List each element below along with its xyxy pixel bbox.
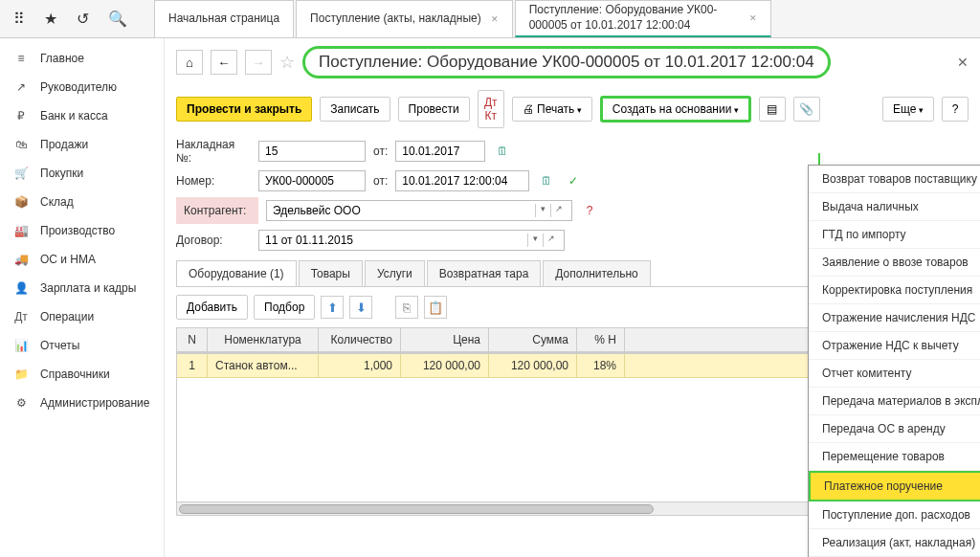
folder-icon: 📁 — [13, 368, 29, 381]
datetime-input[interactable] — [395, 170, 529, 191]
help-icon[interactable]: ? — [580, 201, 599, 220]
create-based-on-button[interactable]: Создать на основании — [600, 96, 751, 123]
close-icon[interactable]: ✕ — [491, 14, 499, 24]
forward-button[interactable]: → — [245, 50, 272, 75]
date-input[interactable] — [395, 141, 485, 162]
status-icon[interactable]: ✓ — [564, 171, 583, 190]
nakladnaya-label: Накладная №: — [176, 138, 251, 165]
post-button[interactable]: Провести — [398, 97, 470, 122]
sidebar-item-main[interactable]: ≡Главное — [0, 44, 164, 73]
col-nomenclature[interactable]: Номенклатура — [208, 328, 319, 351]
sidebar-item-assets[interactable]: 🚚ОС и НМА — [0, 245, 164, 274]
sidebar-item-manager[interactable]: ↗Руководителю — [0, 73, 164, 101]
sidebar-item-operations[interactable]: ДтОперации — [0, 302, 164, 331]
report-icon: 📊 — [13, 339, 29, 352]
dropdown-item[interactable]: Поступление доп. расходов — [809, 501, 980, 529]
from-label: от: — [373, 145, 388, 158]
sidebar-item-sales[interactable]: 🛍Продажи — [0, 130, 164, 159]
kontragent-combo[interactable]: ▾ ↗ — [266, 200, 572, 221]
copy-button[interactable]: ⎘ — [395, 296, 418, 319]
sidebar-item-catalogs[interactable]: 📁Справочники — [0, 360, 164, 389]
open-icon[interactable]: ↗ — [550, 204, 566, 217]
chevron-down-icon[interactable]: ▾ — [527, 234, 543, 247]
close-icon[interactable]: ✕ — [749, 13, 757, 23]
dropdown-item[interactable]: Возврат товаров поставщику — [809, 166, 980, 193]
tab-current-doc[interactable]: Поступление: Оборудование УК00-000005 от… — [515, 0, 771, 37]
page-title: Поступление: Оборудование УК00-000005 от… — [302, 46, 831, 78]
doc-icon-button[interactable]: ▤ — [759, 97, 786, 122]
chart-icon: ↗ — [13, 80, 29, 94]
more-button[interactable]: Еще — [882, 97, 934, 122]
dtkt-icon: Дт — [13, 310, 29, 323]
dropdown-item[interactable]: Корректировка поступления — [809, 277, 980, 304]
select-button[interactable]: Подбор — [254, 295, 315, 320]
sidebar-item-admin[interactable]: ⚙Администрирование — [0, 389, 164, 417]
tab-services[interactable]: Услуги — [365, 260, 425, 286]
tab-start[interactable]: Начальная страница — [154, 0, 294, 37]
help-button[interactable]: ? — [942, 97, 969, 122]
post-and-close-button[interactable]: Провести и закрыть — [176, 97, 312, 122]
tab-equipment[interactable]: Оборудование (1) — [176, 260, 297, 286]
apps-icon[interactable]: ⠿ — [13, 10, 25, 28]
dropdown-item[interactable]: Отражение начисления НДС — [809, 304, 980, 332]
star-icon[interactable]: ★ — [44, 10, 57, 28]
nakladnaya-input[interactable] — [258, 141, 366, 162]
close-button[interactable]: ✕ — [957, 55, 969, 70]
col-sum[interactable]: Сумма — [489, 328, 577, 351]
dropdown-item[interactable]: ГТД по импорту — [809, 221, 980, 249]
col-price[interactable]: Цена — [401, 328, 489, 351]
nomer-input[interactable] — [258, 170, 366, 191]
col-n[interactable]: N — [177, 328, 208, 351]
favorite-icon[interactable]: ☆ — [279, 52, 295, 73]
from-label: от: — [373, 174, 388, 188]
ruble-icon: ₽ — [13, 109, 29, 123]
calendar-icon[interactable]: 🗓 — [493, 142, 512, 161]
dropdown-item[interactable]: Выдача наличных — [809, 193, 980, 221]
col-qty[interactable]: Количество — [319, 328, 401, 351]
print-button[interactable]: 🖨 Печать — [512, 97, 592, 122]
add-button[interactable]: Добавить — [176, 295, 248, 320]
open-icon[interactable]: ↗ — [543, 234, 558, 247]
paste-button[interactable]: 📋 — [424, 296, 447, 319]
nomer-label: Номер: — [176, 174, 251, 188]
tab-additional[interactable]: Дополнительно — [543, 260, 650, 286]
dropdown-item[interactable]: Платежное поручение — [809, 471, 980, 501]
kontragent-label: Контрагент: — [176, 197, 258, 224]
bag-icon: 🛍 — [13, 138, 29, 151]
tab-goods[interactable]: Товары — [299, 260, 363, 286]
dropdown-item[interactable]: Заявление о ввозе товаров — [809, 249, 980, 277]
sidebar-item-purchases[interactable]: 🛒Покупки — [0, 159, 164, 188]
move-down-button[interactable]: ⬇ — [349, 296, 372, 319]
dropdown-item[interactable]: Передача материалов в эксплуатацию — [809, 388, 980, 415]
menu-icon: ≡ — [13, 52, 29, 65]
tab-receipts[interactable]: Поступление (акты, накладные)✕ — [296, 0, 513, 37]
factory-icon: 🏭 — [13, 224, 29, 237]
history-icon[interactable]: ↺ — [77, 10, 89, 28]
home-button[interactable]: ⌂ — [176, 50, 203, 75]
dropdown-item[interactable]: Отчет комитенту — [809, 360, 980, 388]
sidebar-item-salary[interactable]: 👤Зарплата и кадры — [0, 274, 164, 302]
attach-button[interactable]: 📎 — [793, 97, 820, 122]
dropdown-item[interactable]: Перемещение товаров — [809, 443, 980, 471]
dropdown-item[interactable]: Передача ОС в аренду — [809, 415, 980, 443]
calendar-icon[interactable]: 🗓 — [537, 171, 556, 190]
search-icon[interactable]: 🔍 — [108, 10, 127, 28]
dtkt-button[interactable]: ДтКт — [478, 90, 504, 128]
col-vat[interactable]: % Н — [577, 328, 625, 351]
sidebar-item-reports[interactable]: 📊Отчеты — [0, 331, 164, 360]
sidebar-item-production[interactable]: 🏭Производство — [0, 216, 164, 245]
dropdown-item[interactable]: Отражение НДС к вычету — [809, 332, 980, 360]
tab-returnable[interactable]: Возвратная тара — [427, 260, 542, 286]
move-up-button[interactable]: ⬆ — [321, 296, 344, 319]
dogovor-combo[interactable]: ▾ ↗ — [258, 230, 565, 251]
cart-icon: 🛒 — [13, 167, 29, 180]
save-button[interactable]: Записать — [320, 97, 390, 122]
person-icon: 👤 — [13, 281, 29, 295]
dropdown-item[interactable]: Реализация (акт, накладная) — [809, 529, 980, 557]
topbar: ⠿ ★ ↺ 🔍 Начальная страница Поступление (… — [0, 0, 980, 38]
sidebar-item-bank[interactable]: ₽Банк и касса — [0, 101, 164, 130]
back-button[interactable]: ← — [211, 50, 237, 75]
sidebar-item-warehouse[interactable]: 📦Склад — [0, 188, 164, 216]
chevron-down-icon[interactable]: ▾ — [535, 204, 550, 217]
box-icon: 📦 — [13, 195, 29, 209]
